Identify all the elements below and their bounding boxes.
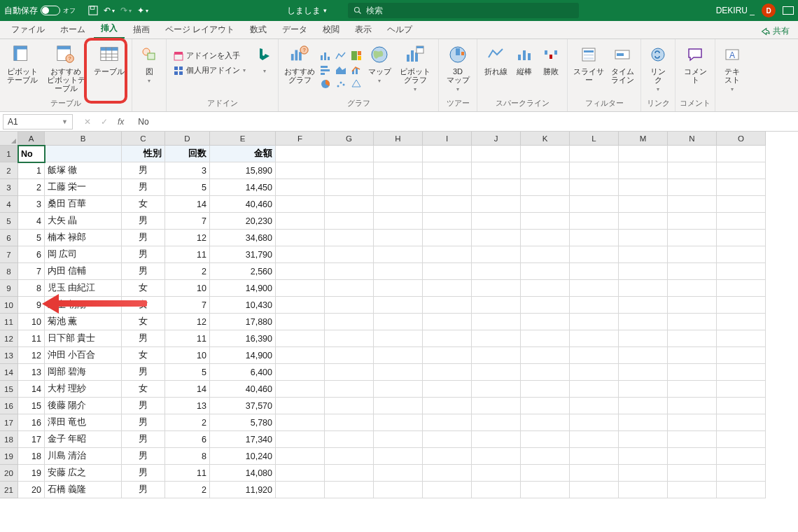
cell[interactable] — [717, 347, 766, 364]
cell[interactable]: 6 — [18, 246, 45, 263]
cell[interactable]: 13 — [165, 398, 210, 414]
3d-map-button[interactable]: 3D マップ▾ — [443, 42, 472, 95]
cell[interactable] — [423, 381, 472, 398]
cell[interactable] — [423, 263, 472, 280]
cell[interactable] — [472, 280, 521, 297]
cell[interactable] — [276, 364, 325, 381]
cell[interactable] — [619, 398, 668, 414]
cell[interactable] — [472, 213, 521, 230]
cell[interactable] — [325, 482, 374, 498]
cell[interactable] — [276, 465, 325, 482]
cell[interactable] — [325, 162, 374, 179]
cell[interactable] — [570, 162, 619, 179]
cell[interactable] — [717, 398, 766, 414]
cell[interactable] — [325, 280, 374, 297]
cell[interactable]: 女 — [122, 381, 165, 398]
cell[interactable]: 児玉 由紀江 — [45, 280, 122, 297]
ribbon-display-icon[interactable] — [783, 6, 794, 15]
tab-file[interactable]: ファイル — [4, 21, 52, 38]
cell[interactable]: 12 — [165, 314, 210, 330]
pie-chart-icon[interactable] — [319, 78, 332, 90]
cell[interactable] — [521, 482, 570, 498]
cell[interactable] — [472, 162, 521, 179]
cell[interactable] — [374, 297, 423, 314]
document-name[interactable]: しましま — [287, 5, 321, 17]
cell[interactable] — [521, 431, 570, 448]
cell[interactable] — [325, 330, 374, 347]
cell[interactable] — [374, 263, 423, 280]
cell[interactable] — [325, 398, 374, 414]
cell[interactable] — [619, 448, 668, 465]
cell[interactable]: 40,460 — [210, 196, 276, 213]
cell[interactable] — [276, 381, 325, 398]
map-chart-button[interactable]: マップ▾ — [365, 42, 393, 87]
cell[interactable] — [325, 448, 374, 465]
cell[interactable]: 11 — [165, 246, 210, 263]
cell[interactable]: 男 — [122, 482, 165, 498]
cell[interactable] — [570, 146, 619, 162]
cell[interactable]: 2 — [165, 482, 210, 498]
treemap-icon[interactable] — [350, 50, 363, 62]
cell[interactable] — [423, 314, 472, 330]
cell[interactable]: 金子 年昭 — [45, 431, 122, 448]
cell[interactable]: 7 — [18, 263, 45, 280]
cell[interactable] — [668, 246, 717, 263]
cell[interactable]: 5 — [165, 364, 210, 381]
row-header[interactable]: 14 — [0, 364, 18, 381]
cell[interactable] — [374, 162, 423, 179]
cell[interactable]: 13 — [18, 364, 45, 381]
autosave-toggle[interactable]: 自動保存 オフ — [4, 5, 76, 17]
illustrations-button[interactable]: 図 ▾ — [136, 42, 162, 87]
cell[interactable] — [570, 465, 619, 482]
row-header[interactable]: 2 — [0, 162, 18, 179]
username[interactable]: DEKIRU _ — [716, 6, 755, 15]
undo-icon[interactable]: ↶▾ — [104, 4, 116, 17]
cell[interactable]: 10,240 — [210, 448, 276, 465]
cell[interactable]: 男 — [122, 465, 165, 482]
cell[interactable]: 沖田 小百合 — [45, 347, 122, 364]
column-header[interactable]: K — [521, 132, 570, 146]
cell[interactable]: 8 — [18, 280, 45, 297]
cell[interactable] — [521, 179, 570, 196]
sparkline-winloss-button[interactable]: 勝敗 — [539, 42, 563, 77]
cell[interactable] — [619, 414, 668, 431]
cell[interactable] — [619, 230, 668, 246]
cell[interactable]: 3 — [18, 196, 45, 213]
cell[interactable] — [472, 330, 521, 347]
line-chart-icon[interactable] — [335, 50, 347, 62]
cell[interactable] — [521, 196, 570, 213]
cell[interactable] — [570, 448, 619, 465]
cell[interactable]: 男 — [122, 364, 165, 381]
column-header[interactable]: F — [276, 132, 325, 146]
cell[interactable]: 16,390 — [210, 330, 276, 347]
cell[interactable] — [472, 465, 521, 482]
cell[interactable] — [472, 179, 521, 196]
cell[interactable] — [521, 330, 570, 347]
cell[interactable] — [717, 381, 766, 398]
cell[interactable] — [668, 448, 717, 465]
pivot-table-button[interactable]: ピボット テーブル — [4, 42, 41, 85]
cell[interactable] — [521, 448, 570, 465]
cell[interactable] — [276, 196, 325, 213]
column-header[interactable]: I — [423, 132, 472, 146]
cell[interactable]: 男 — [122, 431, 165, 448]
cell[interactable] — [472, 196, 521, 213]
cell[interactable] — [668, 381, 717, 398]
cell[interactable]: 17,880 — [210, 314, 276, 330]
cell[interactable]: 男 — [122, 162, 165, 179]
cell[interactable] — [668, 465, 717, 482]
cell[interactable] — [619, 482, 668, 498]
cell[interactable] — [325, 414, 374, 431]
cell[interactable] — [276, 448, 325, 465]
cell[interactable] — [619, 213, 668, 230]
cell[interactable]: 12 — [18, 347, 45, 364]
cell[interactable] — [374, 196, 423, 213]
cell[interactable]: 男 — [122, 213, 165, 230]
cell[interactable] — [570, 414, 619, 431]
cell[interactable]: 尾上 朝陽 — [45, 297, 122, 314]
cell[interactable] — [423, 213, 472, 230]
cell[interactable] — [619, 314, 668, 330]
cell[interactable]: 5,780 — [210, 414, 276, 431]
cell[interactable] — [374, 448, 423, 465]
radar-chart-icon[interactable] — [350, 78, 363, 90]
